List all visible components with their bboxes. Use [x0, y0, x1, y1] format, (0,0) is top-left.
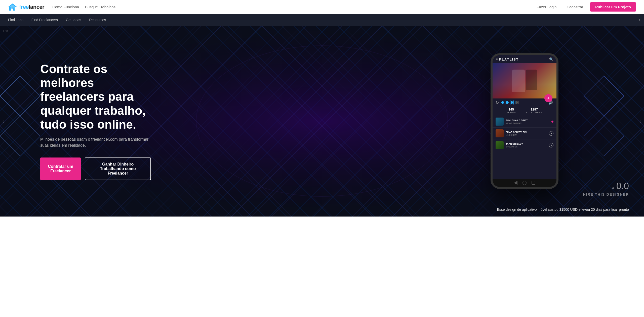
version-number: 1.00	[3, 30, 8, 33]
nav-links: Como Funciona Busque Trabalhos	[52, 5, 115, 9]
phone-search-icon: 🔍	[549, 57, 553, 61]
song-thumbnail-1	[496, 118, 504, 126]
song-name-3: JAAN OH BABY	[506, 143, 547, 145]
nav-find-jobs[interactable]: Find Jobs	[8, 15, 23, 25]
hire-designer-label[interactable]: HIRE THIS DESIGNER	[583, 192, 629, 196]
playlist-title: PLAYLIST	[499, 58, 519, 61]
song-info-2: AMAR SARATA DIN NACHIKETA	[506, 131, 547, 136]
song-item-1[interactable]: TUMI CHAILE BRISTI MINAR RAHMAN	[493, 116, 556, 128]
nav-right: Fazer Login Cadastrar Publicar um Projet…	[534, 2, 636, 12]
logo[interactable]: freelancer	[8, 4, 44, 11]
logo-text: freelancer	[19, 4, 44, 10]
song-name-2: AMAR SARATA DIN	[506, 131, 547, 133]
hero-buttons: Contratar um Freelancer Ganhar Dinheiro …	[40, 157, 151, 180]
nav-resources[interactable]: Resources	[89, 15, 106, 25]
song-info-1: TUMI CHAILE BRISTI MINAR RAHMAN	[506, 119, 549, 124]
play-button-3[interactable]	[549, 143, 553, 147]
earn-money-button[interactable]: Ganhar Dinheiro Trabalhando como Freelan…	[85, 157, 151, 180]
cadastrar-button[interactable]: Cadastrar	[564, 3, 586, 11]
sec-nav-chevron-right: ›	[639, 18, 640, 22]
active-indicator	[551, 121, 553, 123]
hero-caption: Esse design de aplicativo móvel custou $…	[497, 207, 629, 212]
play-button-2[interactable]	[549, 131, 553, 136]
phone-header-left: ≡ PLAYLIST	[496, 57, 519, 61]
phone-stats: 145 SONGS 1297 FOLLOWERS	[493, 107, 556, 116]
hero-section: 1.00 ‹ Contrate os melhores freelancers …	[0, 26, 644, 217]
songs-stat: 145 SONGS	[506, 108, 516, 114]
phone-header: ≡ PLAYLIST 🔍	[493, 55, 556, 63]
play-triangle-2	[551, 132, 552, 134]
hero-content: Contrate os melhores freelancers para qu…	[0, 62, 151, 180]
phone-mockup: ≡ PLAYLIST 🔍	[491, 53, 558, 189]
song-artist-3: BROWNFOX	[506, 146, 547, 148]
right-info: ▲ 0.0 HIRE THIS DESIGNER	[583, 181, 629, 196]
followers-label: FOLLOWERS	[526, 111, 543, 114]
song-item-3[interactable]: JAAN OH BABY BROWNFOX	[493, 139, 556, 151]
phone-mockup-container: ≡ PLAYLIST 🔍	[491, 53, 558, 189]
song-controls-1	[551, 121, 553, 123]
play-triangle-3	[551, 144, 552, 146]
song-thumbnail-2	[496, 129, 504, 137]
hero-title: Contrate os melhores freelancers para qu…	[40, 62, 151, 131]
followers-stat: 1297 FOLLOWERS	[526, 108, 543, 114]
song-artist-2: NACHIKETA	[506, 134, 547, 136]
waveform	[501, 100, 546, 105]
phone-nav-bar	[493, 179, 556, 187]
song-artist-1: MINAR RAHMAN	[506, 122, 549, 124]
nav-home-button[interactable]	[522, 181, 527, 185]
top-nav: freelancer Como Funciona Busque Trabalho…	[0, 0, 644, 14]
follow-button[interactable]: +	[544, 94, 552, 102]
hire-freelancer-button[interactable]: Contratar um Freelancer	[40, 157, 81, 180]
song-item-2[interactable]: AMAR SARATA DIN NACHIKETA	[493, 128, 556, 139]
nav-como-funciona[interactable]: Como Funciona	[52, 5, 79, 9]
nav-busque-trabalhos[interactable]: Busque Trabalhos	[85, 5, 115, 9]
song-info-3: JAAN OH BABY BROWNFOX	[506, 143, 547, 148]
song-name-1: TUMI CHAILE BRISTI	[506, 119, 549, 122]
refresh-icon: ↻	[496, 100, 499, 105]
nav-find-freelancers[interactable]: Find Freelancers	[31, 15, 58, 25]
svg-point-4	[196, 46, 448, 196]
song-list: TUMI CHAILE BRISTI MINAR RAHMAN AMAR SAR…	[493, 116, 556, 179]
songs-count: 145	[506, 108, 516, 111]
songs-label: SONGS	[506, 111, 516, 114]
hamburger-icon: ≡	[496, 57, 498, 61]
rating-arrow-icon: ▲	[611, 185, 615, 190]
song-controls-3	[549, 143, 553, 147]
logo-icon	[8, 4, 17, 11]
phone-album-art	[493, 63, 556, 98]
song-controls-2	[549, 131, 553, 136]
nav-get-ideas[interactable]: Get Ideas	[66, 15, 81, 25]
login-button[interactable]: Fazer Login	[534, 3, 559, 11]
song-thumbnail-3	[496, 141, 504, 149]
secondary-nav: Find Jobs Find Freelancers Get Ideas Res…	[0, 14, 644, 26]
hero-next-button[interactable]: ›	[640, 118, 641, 124]
nav-left: freelancer Como Funciona Busque Trabalho…	[8, 4, 115, 11]
nav-back-button[interactable]	[514, 181, 517, 185]
publish-button[interactable]: Publicar um Projeto	[590, 2, 636, 12]
artist-image	[493, 63, 556, 98]
hero-subtitle: Milhões de pessoas usam o freelancer.com…	[40, 136, 151, 148]
phone-screen: ≡ PLAYLIST 🔍	[493, 55, 556, 187]
nav-recents-button[interactable]	[532, 181, 535, 185]
rating-number: 0.0	[616, 181, 629, 191]
followers-count: 1297	[526, 108, 543, 111]
